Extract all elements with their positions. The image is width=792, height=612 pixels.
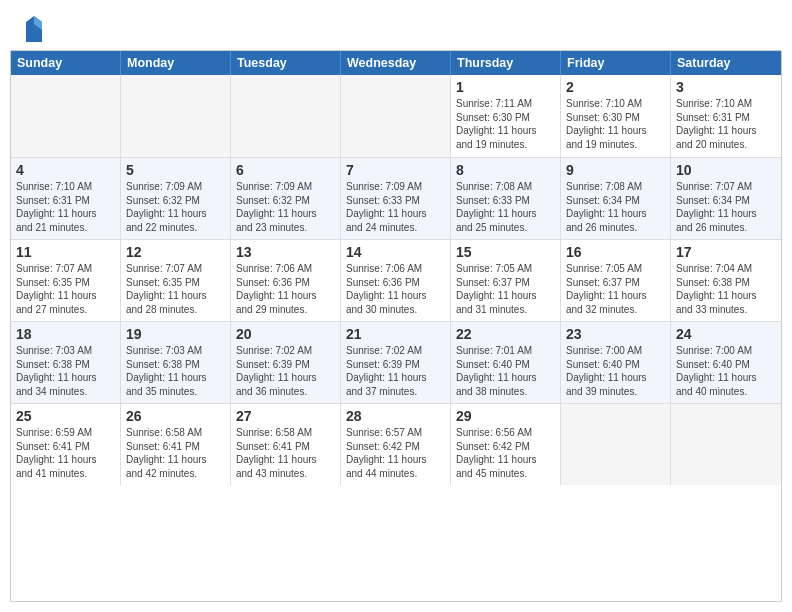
day-number: 25 — [16, 408, 115, 424]
calendar-cell: 2Sunrise: 7:10 AM Sunset: 6:30 PM Daylig… — [561, 75, 671, 157]
day-number: 21 — [346, 326, 445, 342]
calendar-cell — [341, 75, 451, 157]
day-info: Sunrise: 7:00 AM Sunset: 6:40 PM Dayligh… — [676, 344, 776, 398]
calendar-cell: 11Sunrise: 7:07 AM Sunset: 6:35 PM Dayli… — [11, 240, 121, 321]
day-info: Sunrise: 6:56 AM Sunset: 6:42 PM Dayligh… — [456, 426, 555, 480]
calendar: SundayMondayTuesdayWednesdayThursdayFrid… — [10, 50, 782, 602]
day-info: Sunrise: 6:58 AM Sunset: 6:41 PM Dayligh… — [236, 426, 335, 480]
day-number: 22 — [456, 326, 555, 342]
calendar-header-cell: Wednesday — [341, 51, 451, 75]
day-info: Sunrise: 7:10 AM Sunset: 6:31 PM Dayligh… — [16, 180, 115, 234]
calendar-cell: 17Sunrise: 7:04 AM Sunset: 6:38 PM Dayli… — [671, 240, 781, 321]
calendar-cell: 6Sunrise: 7:09 AM Sunset: 6:32 PM Daylig… — [231, 158, 341, 239]
calendar-header-cell: Sunday — [11, 51, 121, 75]
day-number: 28 — [346, 408, 445, 424]
calendar-cell: 16Sunrise: 7:05 AM Sunset: 6:37 PM Dayli… — [561, 240, 671, 321]
calendar-week: 25Sunrise: 6:59 AM Sunset: 6:41 PM Dayli… — [11, 403, 781, 485]
calendar-cell: 18Sunrise: 7:03 AM Sunset: 6:38 PM Dayli… — [11, 322, 121, 403]
day-number: 6 — [236, 162, 335, 178]
calendar-week: 18Sunrise: 7:03 AM Sunset: 6:38 PM Dayli… — [11, 321, 781, 403]
calendar-cell: 19Sunrise: 7:03 AM Sunset: 6:38 PM Dayli… — [121, 322, 231, 403]
day-info: Sunrise: 7:07 AM Sunset: 6:35 PM Dayligh… — [126, 262, 225, 316]
calendar-cell: 29Sunrise: 6:56 AM Sunset: 6:42 PM Dayli… — [451, 404, 561, 485]
day-info: Sunrise: 7:01 AM Sunset: 6:40 PM Dayligh… — [456, 344, 555, 398]
day-number: 4 — [16, 162, 115, 178]
calendar-cell: 24Sunrise: 7:00 AM Sunset: 6:40 PM Dayli… — [671, 322, 781, 403]
day-number: 24 — [676, 326, 776, 342]
day-number: 16 — [566, 244, 665, 260]
day-info: Sunrise: 6:57 AM Sunset: 6:42 PM Dayligh… — [346, 426, 445, 480]
day-number: 17 — [676, 244, 776, 260]
calendar-body: 1Sunrise: 7:11 AM Sunset: 6:30 PM Daylig… — [11, 75, 781, 485]
calendar-header-cell: Saturday — [671, 51, 781, 75]
calendar-cell: 13Sunrise: 7:06 AM Sunset: 6:36 PM Dayli… — [231, 240, 341, 321]
day-info: Sunrise: 7:08 AM Sunset: 6:34 PM Dayligh… — [566, 180, 665, 234]
calendar-cell: 23Sunrise: 7:00 AM Sunset: 6:40 PM Dayli… — [561, 322, 671, 403]
calendar-cell: 28Sunrise: 6:57 AM Sunset: 6:42 PM Dayli… — [341, 404, 451, 485]
calendar-week: 4Sunrise: 7:10 AM Sunset: 6:31 PM Daylig… — [11, 157, 781, 239]
day-number: 29 — [456, 408, 555, 424]
day-info: Sunrise: 7:08 AM Sunset: 6:33 PM Dayligh… — [456, 180, 555, 234]
day-info: Sunrise: 7:07 AM Sunset: 6:35 PM Dayligh… — [16, 262, 115, 316]
day-number: 8 — [456, 162, 555, 178]
calendar-cell: 3Sunrise: 7:10 AM Sunset: 6:31 PM Daylig… — [671, 75, 781, 157]
calendar-cell: 5Sunrise: 7:09 AM Sunset: 6:32 PM Daylig… — [121, 158, 231, 239]
calendar-cell — [231, 75, 341, 157]
day-number: 9 — [566, 162, 665, 178]
calendar-header-cell: Thursday — [451, 51, 561, 75]
calendar-header-row: SundayMondayTuesdayWednesdayThursdayFrid… — [11, 51, 781, 75]
page: SundayMondayTuesdayWednesdayThursdayFrid… — [0, 0, 792, 612]
calendar-cell: 25Sunrise: 6:59 AM Sunset: 6:41 PM Dayli… — [11, 404, 121, 485]
day-info: Sunrise: 6:58 AM Sunset: 6:41 PM Dayligh… — [126, 426, 225, 480]
logo-icon — [22, 14, 46, 44]
calendar-cell — [561, 404, 671, 485]
calendar-cell — [121, 75, 231, 157]
calendar-cell: 9Sunrise: 7:08 AM Sunset: 6:34 PM Daylig… — [561, 158, 671, 239]
calendar-cell: 10Sunrise: 7:07 AM Sunset: 6:34 PM Dayli… — [671, 158, 781, 239]
day-number: 13 — [236, 244, 335, 260]
day-number: 7 — [346, 162, 445, 178]
day-info: Sunrise: 7:11 AM Sunset: 6:30 PM Dayligh… — [456, 97, 555, 151]
calendar-cell: 4Sunrise: 7:10 AM Sunset: 6:31 PM Daylig… — [11, 158, 121, 239]
calendar-header-cell: Tuesday — [231, 51, 341, 75]
logo — [20, 14, 46, 44]
day-info: Sunrise: 7:09 AM Sunset: 6:33 PM Dayligh… — [346, 180, 445, 234]
day-number: 5 — [126, 162, 225, 178]
day-number: 20 — [236, 326, 335, 342]
day-number: 26 — [126, 408, 225, 424]
calendar-header-cell: Friday — [561, 51, 671, 75]
day-info: Sunrise: 7:02 AM Sunset: 6:39 PM Dayligh… — [346, 344, 445, 398]
day-number: 3 — [676, 79, 776, 95]
calendar-cell: 8Sunrise: 7:08 AM Sunset: 6:33 PM Daylig… — [451, 158, 561, 239]
day-info: Sunrise: 7:00 AM Sunset: 6:40 PM Dayligh… — [566, 344, 665, 398]
calendar-cell: 27Sunrise: 6:58 AM Sunset: 6:41 PM Dayli… — [231, 404, 341, 485]
day-number: 2 — [566, 79, 665, 95]
header — [0, 0, 792, 50]
calendar-cell: 21Sunrise: 7:02 AM Sunset: 6:39 PM Dayli… — [341, 322, 451, 403]
day-info: Sunrise: 7:05 AM Sunset: 6:37 PM Dayligh… — [456, 262, 555, 316]
day-info: Sunrise: 7:09 AM Sunset: 6:32 PM Dayligh… — [126, 180, 225, 234]
day-number: 1 — [456, 79, 555, 95]
calendar-cell: 15Sunrise: 7:05 AM Sunset: 6:37 PM Dayli… — [451, 240, 561, 321]
day-number: 10 — [676, 162, 776, 178]
calendar-week: 11Sunrise: 7:07 AM Sunset: 6:35 PM Dayli… — [11, 239, 781, 321]
calendar-week: 1Sunrise: 7:11 AM Sunset: 6:30 PM Daylig… — [11, 75, 781, 157]
day-number: 14 — [346, 244, 445, 260]
day-info: Sunrise: 7:10 AM Sunset: 6:30 PM Dayligh… — [566, 97, 665, 151]
day-info: Sunrise: 7:05 AM Sunset: 6:37 PM Dayligh… — [566, 262, 665, 316]
day-info: Sunrise: 6:59 AM Sunset: 6:41 PM Dayligh… — [16, 426, 115, 480]
calendar-cell: 20Sunrise: 7:02 AM Sunset: 6:39 PM Dayli… — [231, 322, 341, 403]
calendar-cell: 7Sunrise: 7:09 AM Sunset: 6:33 PM Daylig… — [341, 158, 451, 239]
day-info: Sunrise: 7:07 AM Sunset: 6:34 PM Dayligh… — [676, 180, 776, 234]
day-number: 19 — [126, 326, 225, 342]
calendar-cell: 22Sunrise: 7:01 AM Sunset: 6:40 PM Dayli… — [451, 322, 561, 403]
day-info: Sunrise: 7:04 AM Sunset: 6:38 PM Dayligh… — [676, 262, 776, 316]
calendar-cell — [11, 75, 121, 157]
day-info: Sunrise: 7:03 AM Sunset: 6:38 PM Dayligh… — [16, 344, 115, 398]
calendar-header-cell: Monday — [121, 51, 231, 75]
day-number: 15 — [456, 244, 555, 260]
day-info: Sunrise: 7:02 AM Sunset: 6:39 PM Dayligh… — [236, 344, 335, 398]
calendar-cell — [671, 404, 781, 485]
calendar-cell: 12Sunrise: 7:07 AM Sunset: 6:35 PM Dayli… — [121, 240, 231, 321]
day-number: 18 — [16, 326, 115, 342]
